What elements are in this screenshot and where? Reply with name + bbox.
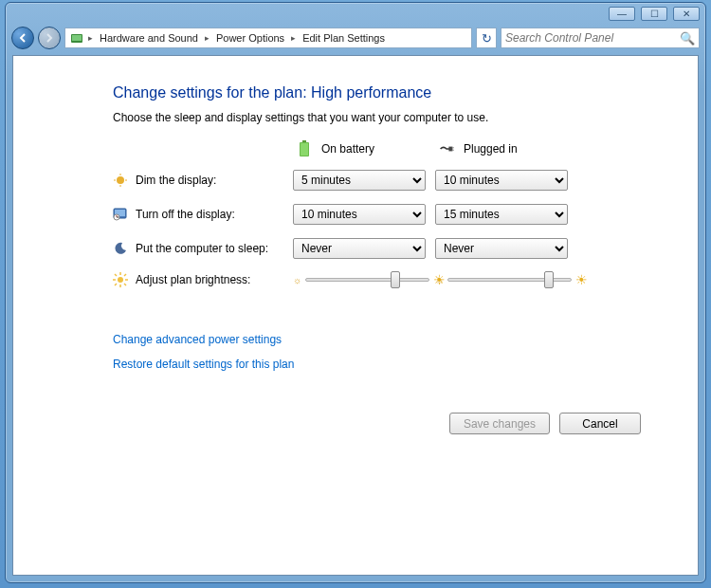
column-header-plugged: Plugged in <box>435 141 577 156</box>
page-subtitle: Choose the sleep and display settings th… <box>113 111 660 124</box>
save-button[interactable]: Save changes <box>449 413 550 434</box>
chevron-right-icon: ▸ <box>289 33 298 43</box>
row-dim-label: Dim the display: <box>113 173 293 188</box>
svg-rect-6 <box>452 147 454 148</box>
turnoff-label-text: Turn off the display: <box>136 208 235 221</box>
row-turnoff-label: Turn off the display: <box>113 207 293 222</box>
plug-icon <box>439 141 454 156</box>
breadcrumb-edit-plan[interactable]: Edit Plan Settings <box>298 28 390 47</box>
row-sleep-label: Put the computer to sleep: <box>113 241 293 256</box>
control-panel-icon <box>69 30 84 46</box>
sleep-label-text: Put the computer to sleep: <box>136 242 268 255</box>
search-input[interactable] <box>505 31 680 45</box>
search-icon: 🔍 <box>680 31 695 46</box>
brightness-battery-slider-cell: ☼ ☀ <box>293 272 426 287</box>
breadcrumb[interactable]: ▸ Hardware and Sound ▸ Power Options ▸ E… <box>64 28 472 48</box>
sleep-battery-select[interactable]: Never <box>293 238 426 259</box>
titlebar: — ☐ ✕ <box>6 3 705 24</box>
forward-button[interactable] <box>38 27 61 49</box>
refresh-icon: ↻ <box>482 31 492 46</box>
close-button[interactable]: ✕ <box>673 7 700 21</box>
button-row: Save changes Cancel <box>13 397 698 434</box>
advanced-settings-link[interactable]: Change advanced power settings <box>113 333 660 346</box>
svg-rect-1 <box>72 35 82 41</box>
chevron-right-icon: ▸ <box>86 33 95 43</box>
restore-defaults-link[interactable]: Restore default settings for this plan <box>113 358 660 371</box>
svg-point-8 <box>117 176 124 184</box>
dim-label-text: Dim the display: <box>136 174 216 187</box>
maximize-button[interactable]: ☐ <box>641 7 667 21</box>
page-title: Change settings for the plan: High perfo… <box>113 84 660 101</box>
sun-small-icon: ☼ <box>293 275 301 285</box>
svg-line-24 <box>124 284 126 285</box>
arrow-left-icon <box>17 32 28 44</box>
brightness-icon <box>113 272 128 287</box>
brightness-battery-slider[interactable] <box>305 278 429 282</box>
svg-rect-2 <box>302 140 306 142</box>
refresh-button[interactable]: ↻ <box>476 28 497 48</box>
arrow-right-icon <box>44 32 55 44</box>
sleep-icon <box>113 241 128 256</box>
links-section: Change advanced power settings Restore d… <box>113 333 660 371</box>
back-button[interactable] <box>11 27 34 49</box>
window: — ☐ ✕ ▸ Hardware and Sound ▸ Power Optio… <box>5 2 706 583</box>
dim-plugged-select[interactable]: 10 minutes <box>435 170 568 191</box>
sleep-plugged-select[interactable]: Never <box>435 238 568 259</box>
brightness-label-text: Adjust plan brightness: <box>136 273 250 286</box>
svg-rect-7 <box>452 150 454 151</box>
sun-big-icon: ☀ <box>575 272 588 287</box>
chevron-right-icon: ▸ <box>203 33 211 43</box>
navbar: ▸ Hardware and Sound ▸ Power Options ▸ E… <box>6 24 705 52</box>
search-box[interactable]: 🔍 <box>501 28 700 48</box>
svg-rect-5 <box>448 147 452 152</box>
svg-point-18 <box>118 277 123 283</box>
dim-icon <box>113 173 128 188</box>
dim-battery-select[interactable]: 5 minutes <box>293 170 426 191</box>
brightness-plugged-slider[interactable] <box>447 278 572 282</box>
settings-grid: On battery Plugged in Dim the display: 5… <box>113 141 660 287</box>
turnoff-battery-select[interactable]: 10 minutes <box>293 204 426 225</box>
cancel-button[interactable]: Cancel <box>559 413 641 434</box>
breadcrumb-hardware[interactable]: Hardware and Sound <box>95 28 203 47</box>
sun-small-icon: ☼ <box>435 275 444 285</box>
svg-line-23 <box>115 274 117 276</box>
col-plugged-label: Plugged in <box>464 142 518 156</box>
breadcrumb-power-options[interactable]: Power Options <box>211 28 289 47</box>
row-brightness-label: Adjust plan brightness: <box>113 272 293 287</box>
col-battery-label: On battery <box>321 142 374 156</box>
battery-icon <box>297 141 312 156</box>
svg-rect-4 <box>301 143 308 156</box>
minimize-button[interactable]: — <box>609 7 635 21</box>
svg-line-26 <box>124 274 126 276</box>
turnoff-plugged-select[interactable]: 15 minutes <box>435 204 568 225</box>
monitor-icon <box>113 207 128 222</box>
column-header-battery: On battery <box>293 141 435 156</box>
content-area: Change settings for the plan: High perfo… <box>12 55 699 576</box>
svg-line-25 <box>115 284 117 285</box>
brightness-plugged-slider-cell: ☼ ☀ <box>435 272 568 287</box>
